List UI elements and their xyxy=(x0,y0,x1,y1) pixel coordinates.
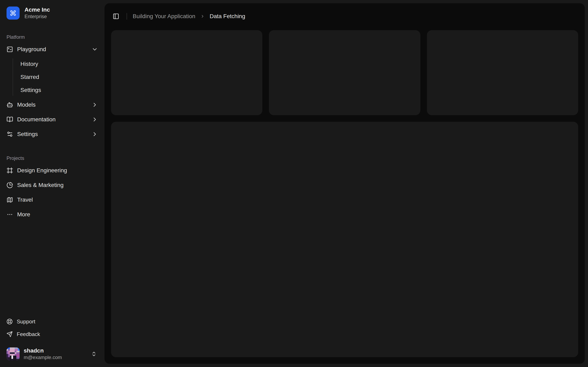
sidebar-item-models[interactable]: Models xyxy=(3,98,101,111)
sidebar: Acme Inc Enterprise Platform Playground … xyxy=(0,0,104,367)
pie-chart-icon xyxy=(7,182,13,188)
placeholder-card-3 xyxy=(427,30,578,115)
placeholder-card-main xyxy=(111,122,578,357)
chevron-right-icon xyxy=(91,101,98,108)
avatar xyxy=(7,347,20,360)
ellipsis-icon xyxy=(7,211,13,218)
placeholder-cards-row xyxy=(111,30,578,115)
command-icon xyxy=(7,7,20,20)
breadcrumb: Building Your Application Data Fetching xyxy=(133,13,245,20)
life-buoy-icon xyxy=(7,318,13,325)
chevrons-up-down-icon xyxy=(91,351,97,357)
main-panel: Building Your Application Data Fetching xyxy=(104,3,585,364)
group-label-projects: Projects xyxy=(3,152,101,164)
chevron-right-icon xyxy=(200,14,205,18)
team-switcher[interactable]: Acme Inc Enterprise xyxy=(3,3,101,23)
panel-left-icon xyxy=(113,13,119,20)
user-text: shadcn m@example.com xyxy=(24,348,87,360)
placeholder-card-2 xyxy=(269,30,420,115)
sidebar-group-projects: Projects Design Engineering Sales & Mark… xyxy=(3,152,101,221)
square-terminal-icon xyxy=(7,46,13,53)
sidebar-item-documentation[interactable]: Documentation xyxy=(3,113,101,126)
header-separator xyxy=(127,13,127,20)
sliders-icon xyxy=(7,131,13,137)
sidebar-item-label: Support xyxy=(17,318,98,325)
frame-icon xyxy=(7,167,13,174)
page-content xyxy=(104,29,585,364)
sidebar-item-label: Settings xyxy=(17,131,87,137)
sidebar-item-sales-marketing[interactable]: Sales & Marketing xyxy=(3,179,101,192)
playground-submenu: History Starred Settings xyxy=(13,58,101,96)
brand-text: Acme Inc Enterprise xyxy=(25,7,50,19)
sidebar-subitem-starred[interactable]: Starred xyxy=(14,71,101,83)
group-label-platform: Platform xyxy=(3,31,101,43)
secondary-menu: Support Feedback xyxy=(3,316,101,340)
sidebar-item-settings[interactable]: Settings xyxy=(3,128,101,141)
sidebar-item-playground[interactable]: Playground xyxy=(3,43,101,56)
projects-menu: Design Engineering Sales & Marketing Tra… xyxy=(3,164,101,221)
chevron-right-icon xyxy=(91,116,98,123)
breadcrumb-section[interactable]: Building Your Application xyxy=(133,13,195,20)
sidebar-item-travel[interactable]: Travel xyxy=(3,193,101,206)
placeholder-card-1 xyxy=(111,30,262,115)
send-icon xyxy=(7,331,13,337)
sidebar-item-support[interactable]: Support xyxy=(3,316,101,327)
brand-name: Acme Inc xyxy=(25,7,50,13)
sidebar-subitem-history[interactable]: History xyxy=(14,58,101,70)
sidebar-spacer xyxy=(3,221,101,316)
user-name: shadcn xyxy=(24,348,87,354)
sidebar-toggle-button[interactable] xyxy=(109,10,122,23)
sidebar-item-more[interactable]: More xyxy=(3,208,101,221)
sidebar-item-label: Models xyxy=(17,101,87,108)
sidebar-item-design-engineering[interactable]: Design Engineering xyxy=(3,164,101,177)
breadcrumb-page: Data Fetching xyxy=(210,13,245,20)
chevron-right-icon xyxy=(91,131,98,137)
sidebar-item-label: Travel xyxy=(17,197,98,203)
sidebar-item-label: More xyxy=(17,211,98,218)
sidebar-item-label: Sales & Marketing xyxy=(17,182,98,188)
platform-menu: Playground History Starred Settings Mode… xyxy=(3,43,101,141)
sidebar-item-label: Documentation xyxy=(17,116,87,123)
book-open-icon xyxy=(7,116,13,123)
sidebar-item-label: Feedback xyxy=(17,331,98,337)
user-menu[interactable]: shadcn m@example.com xyxy=(3,344,101,364)
sidebar-group-platform: Platform Playground History Starred Sett… xyxy=(3,31,101,141)
bot-icon xyxy=(7,101,13,108)
map-icon xyxy=(7,197,13,203)
brand-plan: Enterprise xyxy=(25,14,50,19)
sidebar-item-feedback[interactable]: Feedback xyxy=(3,328,101,340)
user-email: m@example.com xyxy=(24,355,87,360)
sidebar-item-label: Design Engineering xyxy=(17,167,98,174)
page-header: Building Your Application Data Fetching xyxy=(104,3,585,29)
sidebar-subitem-settings[interactable]: Settings xyxy=(14,84,101,96)
sidebar-item-label: Playground xyxy=(17,46,87,53)
chevron-down-icon xyxy=(91,46,98,53)
